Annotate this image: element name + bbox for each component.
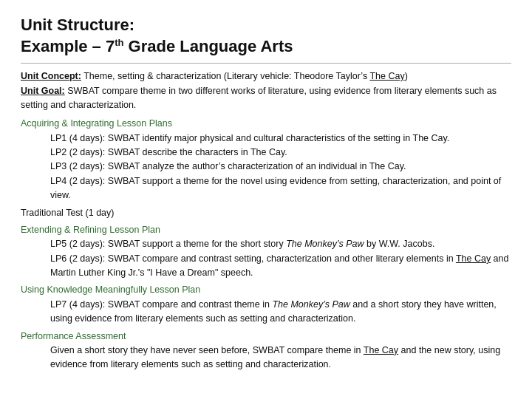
extending-lessons: LP5 (2 days): SWBAT support a theme for …: [50, 237, 511, 280]
traditional-test: Traditional Test (1 day): [21, 206, 511, 220]
title-sup: th: [115, 36, 123, 47]
page: Unit Structure: Example – 7th Grade Lang…: [0, 0, 532, 399]
lp3: LP3 (2 days): SWBAT analyze the author’s…: [50, 160, 511, 174]
lp7: LP7 (4 days): SWBAT compare and contrast…: [50, 298, 511, 327]
lp6-before: LP6 (2 days): SWBAT compare and contrast…: [50, 253, 456, 264]
lp5-italic: The Monkey’s Paw: [286, 239, 364, 249]
lp6: LP6 (2 days): SWBAT compare and contrast…: [50, 252, 511, 281]
lp5-after: by W.W. Jacobs.: [364, 239, 435, 249]
performance-heading: Performance Assessment: [21, 330, 511, 344]
extending-heading: Extending & Refining Lesson Plan: [21, 223, 511, 237]
unit-concept-close: ): [405, 71, 408, 81]
lp5: LP5 (2 days): SWBAT support a theme for …: [50, 237, 511, 251]
lp6-underline: The Cay: [456, 253, 491, 264]
unit-concept-label: Unit Concept:: [21, 71, 81, 81]
lp5-before: LP5 (2 days): SWBAT support a theme for …: [50, 239, 286, 249]
acquiring-section: Acquiring & Integrating Lesson Plans LP1…: [21, 117, 511, 202]
title-block: Unit Structure: Example – 7th Grade Lang…: [21, 15, 511, 57]
title-line1: Unit Structure:: [21, 15, 511, 36]
unit-concept-text: Theme, setting & characterization (Liter…: [81, 71, 369, 81]
using-section: Using Knowledge Meaningfully Lesson Plan…: [21, 283, 511, 326]
performance-body: Given a short story they have never seen…: [50, 344, 511, 372]
perf-underline: The Cay: [364, 345, 398, 355]
acquiring-lessons: LP1 (4 days): SWBAT identify major physi…: [50, 132, 511, 203]
perf-before: Given a short story they have never seen…: [50, 345, 364, 355]
lp1: LP1 (4 days): SWBAT identify major physi…: [50, 132, 511, 146]
performance-section: Performance Assessment Given a short sto…: [21, 330, 511, 372]
unit-goal-text: SWBAT compare theme in two different wor…: [21, 86, 497, 110]
lp7-before: LP7 (4 days): SWBAT compare and contrast…: [50, 299, 272, 310]
lp2: LP2 (2 days): SWBAT describe the charact…: [50, 146, 511, 160]
divider: [21, 63, 511, 64]
unit-goal-label: Unit Goal:: [21, 86, 65, 96]
lp7-italic: The Monkey’s Paw: [272, 299, 349, 310]
title-line2-suffix: Grade Language Arts: [123, 37, 293, 55]
extending-section: Extending & Refining Lesson Plan LP5 (2 …: [21, 223, 511, 281]
title-line2-prefix: Example – 7: [21, 37, 115, 55]
using-lessons: LP7 (4 days): SWBAT compare and contrast…: [50, 298, 511, 327]
acquiring-heading: Acquiring & Integrating Lesson Plans: [21, 117, 511, 131]
title-line2: Example – 7th Grade Language Arts: [21, 36, 511, 58]
lp4: LP4 (2 days): SWBAT support a theme for …: [50, 174, 511, 203]
using-heading: Using Knowledge Meaningfully Lesson Plan: [21, 283, 511, 297]
unit-concept-book: The Cay: [369, 71, 404, 81]
unit-info: Unit Concept: Theme, setting & character…: [21, 69, 511, 112]
